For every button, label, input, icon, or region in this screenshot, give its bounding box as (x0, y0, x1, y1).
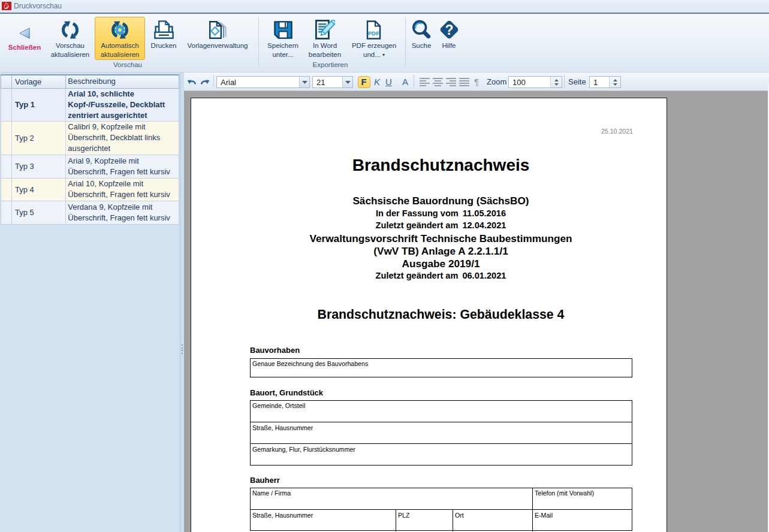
svg-text:?: ? (445, 22, 453, 38)
svg-text:PDF: PDF (368, 29, 379, 36)
